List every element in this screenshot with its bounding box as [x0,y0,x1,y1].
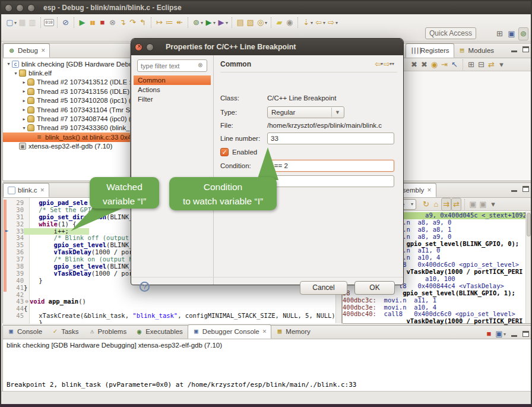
refresh-icon[interactable]: ↻ [421,198,431,210]
add-register-group-icon[interactable]: ◉ [429,59,439,71]
dropdown-caret-icon[interactable]: ▾ [311,20,313,26]
forward-icon[interactable]: ⇨ [326,17,336,29]
import-folder-icon[interactable]: ▧ [245,17,255,29]
instruction-stepping-icon[interactable]: ↦ [154,17,164,29]
executables[interactable]: ◉ Executables [131,324,188,339]
enabled-checkbox[interactable]: ✓ [220,148,229,156]
tree-expander-icon[interactable]: ▸ [21,107,27,112]
debug-tree-row[interactable]: ▾ blink checking [GDB Hardware Debug [3,59,130,68]
tree-expander-icon[interactable]: ▸ [21,98,27,103]
save-all-icon[interactable]: ▥ [27,17,37,29]
tab-debug[interactable]: ⊚ Debug ✕ [3,43,50,58]
breakpoint-icon[interactable]: ► [3,228,11,235]
console[interactable]: ▣ Console [3,324,47,339]
chevron-down-icon[interactable]: ▾ [409,201,415,207]
chevron-down-icon[interactable]: ▾ [504,332,506,337]
sync-selection-icon[interactable]: ⇉ [441,198,451,211]
close-icon[interactable]: ✕ [427,187,432,193]
debug-tree-row[interactable]: ▸ Thread #5 1073410208 (ipc1) (Susp [3,96,130,105]
tasks[interactable]: ✓ Tasks [47,324,83,339]
close-icon[interactable]: ✕ [262,329,267,335]
filter-input[interactable] [137,59,207,72]
display-console-icon[interactable]: ▣ [494,328,504,340]
debug-tree-row[interactable]: xtensa-esp32-elf-gdb (7.10) [3,142,130,151]
cpp-perspective-icon[interactable]: ▣ [506,28,517,40]
binary-file-icon[interactable]: 010 [44,19,54,26]
quick-access-box[interactable]: Quick Access [425,27,476,39]
dialog-minimize-button[interactable] [146,43,154,51]
debugger-console[interactable]: ▣ Debugger Console ✕ [188,324,271,339]
tree-expander-icon[interactable]: ▾ [21,125,27,131]
tree-expander-icon[interactable]: ▾ [12,71,19,76]
dropdown-caret-icon[interactable]: ▾ [226,20,228,26]
back-icon[interactable]: ⇦ [314,17,324,29]
debug-perspective-icon[interactable]: ⊚ [518,27,528,40]
search-icon[interactable]: ◎ [255,17,265,29]
tree-expander-icon[interactable]: ▾ [5,61,12,67]
dropdown-caret-icon[interactable]: ▾ [14,20,17,26]
chevron-down-icon[interactable]: ▾ [381,61,383,67]
mark-occurrences-icon[interactable]: ▰ [274,17,284,29]
track-expression-icon[interactable]: ⇄ [451,198,461,211]
maximize-button[interactable] [522,331,529,337]
tree-expander-icon[interactable]: ▸ [21,116,27,122]
debug-tree-row[interactable]: blink_task() at blink.c:33 0x400db [3,132,130,141]
debug-tree-row[interactable]: ▸ Thread #7 1073408744 (ipc0) (Susp [3,114,130,123]
ignore-count-field[interactable] [267,175,394,187]
window-minimize-button[interactable] [16,4,24,12]
code-line[interactable]: 41 } [3,285,341,292]
filter[interactable]: Filter [134,94,211,104]
minimize-button[interactable] [511,335,517,337]
terminate-icon[interactable]: ■ [484,328,494,340]
save-icon[interactable]: ▦ [17,17,27,29]
close-icon[interactable]: ✕ [40,187,45,193]
tree-expander-icon[interactable]: ▸ [21,89,27,94]
view-menu-icon[interactable]: ▾ [392,61,394,67]
disconnect-icon[interactable]: ⊗ [107,17,118,29]
show-symbols-icon[interactable]: ▣ [478,198,488,210]
open-perspective-icon[interactable]: ⊞ [495,28,505,40]
code-line[interactable]: 43 ⊖ void app_main() [3,298,341,305]
pointer-icon[interactable]: ↖ [449,59,460,71]
remove-selected-icon[interactable]: ✖ [409,59,419,71]
step-return-icon[interactable]: ↰ [138,17,148,29]
cancel-button[interactable]: Cancel [300,281,347,295]
tab-blink-c[interactable]: blink.c ✕ [3,183,49,197]
tree-expander-icon[interactable]: ▸ [21,80,27,85]
new-wizard-icon[interactable]: ▢ [5,17,15,29]
drop-to-frame-icon[interactable]: ↞ [175,17,185,29]
actions[interactable]: Actions [134,85,211,94]
debug-tree-row[interactable]: ▾ Thread #9 1073433360 (blink_task [3,124,130,132]
ok-button[interactable]: OK [354,281,395,295]
remove-all-icon[interactable]: ✖ [419,59,429,71]
refresh-icon[interactable]: ⇄ [486,59,496,71]
dropdown-caret-icon[interactable]: ▾ [213,20,216,26]
problems[interactable]: ⚠ Problems [84,324,132,339]
collapse-all-icon[interactable]: ⊟ [476,59,486,71]
help-button[interactable]: ? [140,282,150,292]
dropdown-caret-icon[interactable]: ▾ [323,20,325,26]
disassembly-scrollbar[interactable] [525,212,531,323]
type-dropdown[interactable]: Regular ▼ [267,106,344,118]
dropdown-caret-icon[interactable]: ▾ [201,20,203,26]
dropdown-caret-icon[interactable]: ▾ [335,20,338,26]
restore-defaults-icon[interactable]: ⇥ [439,59,449,71]
minimize-button[interactable] [511,190,517,192]
disassembly-line[interactable]: vTaskDelay(1000 / portTICK_PERI [343,318,531,325]
debug-tree-row[interactable]: ▸ Thread #3 1073413156 (IDLE) (Susp [3,87,130,96]
pin-editor-icon[interactable]: ◉ [284,17,294,29]
suspend-icon[interactable]: ▮▮ [87,17,97,29]
memory[interactable]: ▦ Memory [271,324,315,339]
last-edit-location-icon[interactable]: ⇣ [301,17,311,29]
resume-icon[interactable]: ▶ [77,17,87,29]
maximize-button[interactable] [522,186,529,192]
window-maximize-button[interactable] [27,4,35,12]
terminate-icon[interactable]: ■ [97,17,107,29]
debug-tree-row[interactable]: ▸ Thread #2 1073413512 (IDLE : Runn [3,78,130,87]
show-source-icon[interactable]: ▣ [468,198,478,210]
view-menu-icon[interactable]: ▾ [496,59,506,71]
tab-modules[interactable]: ▤ Modules [454,43,499,58]
code-line[interactable]: 45 xTaskCreate(&blink_task, "blink_task"… [3,313,341,320]
open-folder-icon[interactable]: ▤ [235,17,245,29]
clear-filter-icon[interactable]: ⊗ [198,62,202,68]
